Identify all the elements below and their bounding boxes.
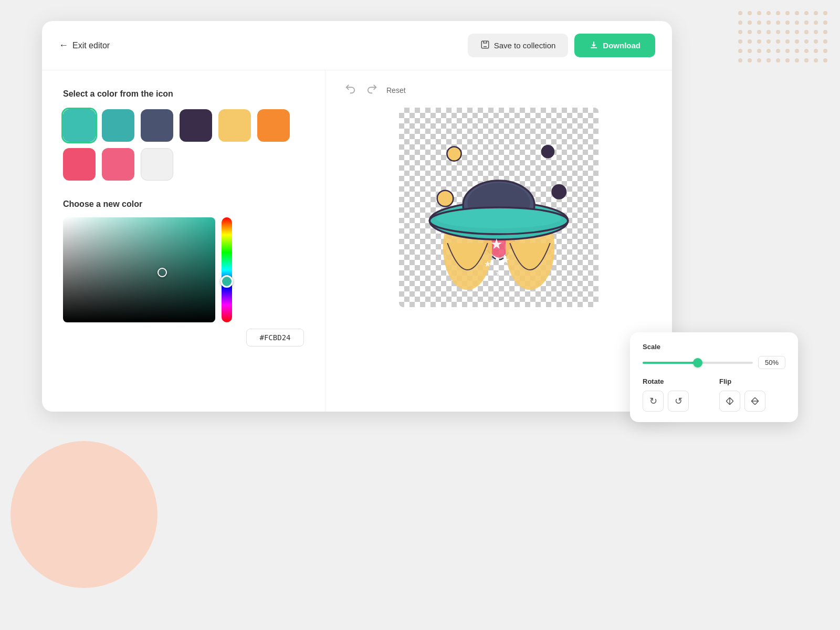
svg-point-47 [785, 39, 790, 44]
svg-point-61 [823, 49, 827, 53]
svg-point-58 [795, 49, 799, 53]
svg-point-24 [757, 20, 761, 25]
svg-point-50 [814, 39, 818, 44]
flip-section: Flip [719, 377, 785, 412]
svg-point-28 [795, 20, 799, 25]
save-collection-label: Save to collection [494, 41, 556, 50]
flip-label: Flip [719, 377, 785, 385]
svg-point-41 [823, 30, 827, 34]
hue-thumb[interactable] [220, 275, 233, 288]
svg-point-16 [776, 11, 780, 15]
color-from-icon-title: Select a color from the icon [63, 89, 304, 99]
svg-point-13 [748, 11, 752, 15]
save-collection-button[interactable]: Save to collection [468, 34, 569, 57]
hex-input[interactable] [246, 329, 304, 346]
svg-point-48 [795, 39, 799, 44]
svg-point-19 [804, 11, 808, 15]
svg-point-26 [776, 20, 780, 25]
svg-point-27 [785, 20, 790, 25]
svg-point-31 [823, 20, 827, 25]
svg-point-2 [542, 145, 554, 158]
rotate-flip-row: Rotate ↻ ↺ Flip [643, 377, 785, 412]
svg-point-29 [804, 20, 808, 25]
svg-point-38 [795, 30, 799, 34]
scale-slider[interactable] [643, 362, 753, 364]
scale-value: 50% [758, 356, 785, 369]
svg-point-52 [738, 49, 742, 53]
rotate-cw-button[interactable]: ↻ [643, 391, 664, 412]
scale-slider-row: 50% [643, 356, 785, 369]
svg-point-22 [738, 20, 742, 25]
editor-container: ← Exit editor Save to collection [42, 21, 672, 412]
flip-vertical-button[interactable] [744, 391, 765, 412]
svg-point-43 [748, 39, 752, 44]
flip-btn-group [719, 391, 785, 412]
svg-point-49 [804, 39, 808, 44]
rotate-btn-group: ↻ ↺ [643, 391, 709, 412]
color-swatch-6[interactable] [257, 109, 290, 142]
redo-button[interactable] [364, 81, 380, 99]
flip-horizontal-button[interactable] [719, 391, 740, 412]
svg-point-63 [748, 58, 752, 62]
color-swatch-9[interactable] [141, 148, 173, 181]
undo-button[interactable] [342, 81, 358, 99]
color-swatch-5[interactable] [218, 109, 251, 142]
controls-panel: Scale 50% Rotate ↻ ↺ [630, 332, 798, 422]
svg-point-55 [766, 49, 771, 53]
download-button[interactable]: Download [574, 34, 655, 57]
reset-label[interactable]: Reset [386, 86, 406, 94]
dots-decoration [730, 3, 835, 81]
svg-point-37 [785, 30, 790, 34]
svg-point-71 [823, 58, 827, 62]
hue-slider[interactable] [222, 217, 232, 322]
scale-track-fill [643, 362, 698, 364]
svg-point-36 [776, 30, 780, 34]
svg-point-33 [748, 30, 752, 34]
rotate-ccw-button[interactable]: ↺ [668, 391, 689, 412]
svg-point-57 [785, 49, 790, 53]
svg-point-54 [757, 49, 761, 53]
svg-point-11 [436, 209, 561, 228]
hex-input-container [63, 329, 304, 346]
scale-label: Scale [643, 343, 785, 351]
svg-point-68 [795, 58, 799, 62]
svg-point-4 [552, 185, 566, 199]
svg-point-46 [776, 39, 780, 44]
svg-point-34 [757, 30, 761, 34]
svg-point-64 [757, 58, 761, 62]
exit-editor-button[interactable]: ← Exit editor [59, 40, 110, 51]
svg-point-69 [804, 58, 808, 62]
svg-point-59 [804, 49, 808, 53]
svg-point-60 [814, 49, 818, 53]
svg-point-40 [814, 30, 818, 34]
svg-point-42 [738, 39, 742, 44]
color-swatches [63, 109, 304, 181]
download-label: Download [603, 41, 640, 50]
color-swatch-3[interactable] [141, 109, 173, 142]
canvas-toolbar: Reset [342, 81, 406, 99]
svg-point-30 [814, 20, 818, 25]
color-swatch-2[interactable] [102, 109, 134, 142]
svg-point-35 [766, 30, 771, 34]
color-picker-area[interactable] [63, 217, 304, 322]
svg-point-53 [748, 49, 752, 53]
gradient-picker-dot[interactable] [158, 268, 167, 277]
svg-point-44 [757, 39, 761, 44]
svg-point-23 [748, 20, 752, 25]
choose-color-title: Choose a new color [63, 200, 304, 209]
decorative-circle [10, 441, 158, 588]
svg-point-1 [447, 146, 461, 161]
color-gradient[interactable] [63, 217, 215, 322]
save-icon [480, 40, 490, 51]
color-swatch-8[interactable] [102, 148, 134, 181]
scale-thumb[interactable] [693, 358, 702, 368]
svg-point-65 [766, 58, 771, 62]
color-swatch-7[interactable] [63, 148, 96, 181]
svg-point-3 [437, 191, 454, 207]
scale-control: Scale 50% [643, 343, 785, 369]
svg-point-12 [738, 11, 742, 15]
color-swatch-1[interactable] [63, 109, 96, 142]
download-icon [589, 40, 598, 51]
color-swatch-4[interactable] [180, 109, 212, 142]
svg-point-21 [823, 11, 827, 15]
